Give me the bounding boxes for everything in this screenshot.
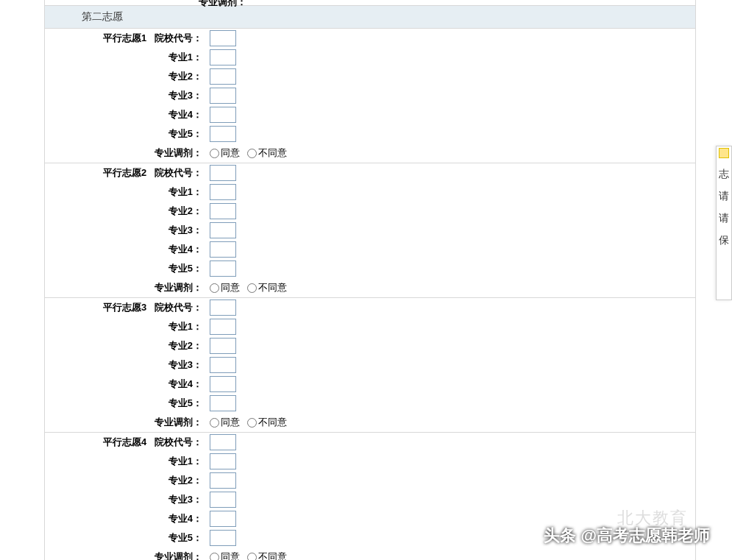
agree-radio[interactable]	[210, 149, 219, 158]
major4-input[interactable]	[210, 376, 236, 392]
side-char-1: 志	[717, 163, 731, 185]
major1-label: 专业1：	[168, 52, 202, 63]
major1-label: 专业1：	[168, 186, 202, 197]
major4-label: 专业4：	[168, 513, 202, 524]
school-code-label: 院校代号：	[154, 436, 202, 447]
block-title: 平行志愿2	[103, 166, 146, 180]
major4-input[interactable]	[210, 511, 236, 527]
major1-label: 专业1：	[168, 456, 202, 467]
major4-input[interactable]	[210, 241, 236, 258]
block-title: 平行志愿1	[103, 32, 146, 45]
adjust-label-cut: 专业调剂：	[199, 0, 246, 9]
major5-label: 专业5：	[168, 128, 202, 139]
agree-radio[interactable]	[210, 553, 219, 561]
agree-radio[interactable]	[210, 418, 219, 428]
major2-input[interactable]	[210, 472, 236, 489]
agree-text: 同意	[221, 281, 240, 294]
major3-input[interactable]	[210, 357, 236, 373]
agree-text: 同意	[221, 550, 240, 560]
preference-block-3: 平行志愿3 院校代号： 专业1： 专业2： 专业3： 专业4： 专业5： 专业调…	[45, 298, 695, 433]
disagree-text: 不同意	[258, 146, 287, 160]
disagree-text: 不同意	[258, 416, 287, 429]
major2-input[interactable]	[210, 68, 236, 85]
side-char-3: 请	[717, 207, 731, 229]
preference-block-2: 平行志愿2 院校代号： 专业1： 专业2： 专业3： 专业4： 专业5： 专业调…	[45, 163, 695, 298]
major5-label: 专业5：	[168, 397, 202, 408]
major5-input[interactable]	[210, 530, 236, 546]
school-code-label: 院校代号：	[154, 302, 202, 313]
adjust-label: 专业调剂：	[154, 147, 202, 158]
disagree-text: 不同意	[258, 550, 287, 560]
disagree-radio[interactable]	[247, 418, 257, 428]
major2-input[interactable]	[210, 203, 236, 219]
adjust-label: 专业调剂：	[154, 417, 202, 428]
major3-label: 专业3：	[168, 359, 202, 370]
major4-label: 专业4：	[168, 378, 202, 389]
major3-label: 专业3：	[168, 224, 202, 235]
major1-label: 专业1：	[168, 321, 202, 332]
warning-icon	[719, 148, 729, 158]
major1-input[interactable]	[210, 453, 236, 469]
side-char-2: 请	[717, 185, 731, 207]
block-title: 平行志愿4	[103, 436, 146, 449]
major5-label: 专业5：	[168, 532, 202, 543]
major3-label: 专业3：	[168, 90, 202, 101]
section-header-second-preference: 第二志愿	[45, 6, 695, 29]
major4-label: 专业4：	[168, 244, 202, 255]
major3-input[interactable]	[210, 88, 236, 104]
major3-input[interactable]	[210, 222, 236, 238]
adjust-label: 专业调剂：	[154, 282, 202, 293]
school-code-input[interactable]	[210, 30, 236, 46]
agree-text: 同意	[221, 416, 240, 429]
disagree-radio[interactable]	[247, 149, 257, 158]
form-container: 专业调剂： 第二志愿 平行志愿1 院校代号： 专业1： 专业2： 专业3： 专业…	[44, 0, 696, 560]
school-code-input[interactable]	[210, 434, 236, 450]
adjust-label: 专业调剂：	[154, 551, 202, 560]
preference-block-1: 平行志愿1 院校代号： 专业1： 专业2： 专业3： 专业4： 专业5： 专业调…	[45, 29, 695, 163]
major2-input[interactable]	[210, 338, 236, 354]
previous-block-cutoff: 专业调剂：	[45, 0, 695, 6]
major4-input[interactable]	[210, 107, 236, 123]
major3-input[interactable]	[210, 492, 236, 508]
school-code-label: 院校代号：	[154, 167, 202, 178]
major1-input[interactable]	[210, 49, 236, 65]
school-code-label: 院校代号：	[154, 32, 202, 43]
school-code-input[interactable]	[210, 165, 236, 181]
major4-label: 专业4：	[168, 109, 202, 120]
major5-input[interactable]	[210, 395, 236, 411]
major1-input[interactable]	[210, 184, 236, 200]
major3-label: 专业3：	[168, 494, 202, 505]
major2-label: 专业2：	[168, 475, 202, 486]
school-code-input[interactable]	[210, 300, 236, 316]
major2-label: 专业2：	[168, 71, 202, 82]
major2-label: 专业2：	[168, 340, 202, 351]
section-header-text: 第二志愿	[82, 10, 123, 22]
side-panel-peek: 志 请 请 保	[716, 146, 732, 300]
major2-label: 专业2：	[168, 205, 202, 216]
preference-block-4: 平行志愿4 院校代号： 专业1： 专业2： 专业3： 专业4： 专业5： 专业调…	[45, 433, 695, 560]
agree-radio[interactable]	[210, 283, 219, 293]
agree-text: 同意	[221, 146, 240, 160]
major5-input[interactable]	[210, 126, 236, 142]
side-char-4: 保	[717, 229, 731, 251]
disagree-radio[interactable]	[247, 553, 257, 561]
block-title: 平行志愿3	[103, 301, 146, 314]
disagree-text: 不同意	[258, 281, 287, 294]
disagree-radio[interactable]	[247, 283, 257, 293]
major1-input[interactable]	[210, 319, 236, 335]
major5-label: 专业5：	[168, 263, 202, 274]
major5-input[interactable]	[210, 260, 236, 277]
